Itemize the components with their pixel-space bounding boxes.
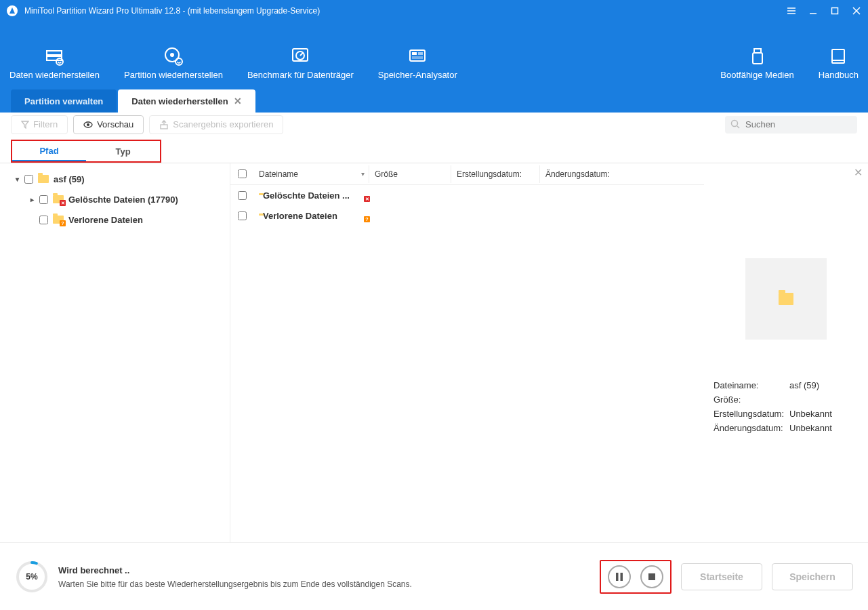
folder-lost-icon: ?	[52, 214, 64, 225]
col-label: Änderungsdatum:	[545, 169, 610, 179]
tree-deleted[interactable]: ▸ ✕ Gelöschte Dateien (17790)	[0, 189, 230, 209]
preview-thumbnail	[745, 258, 827, 340]
pause-button[interactable]	[608, 565, 631, 588]
button-label: Startseite	[700, 571, 743, 582]
toolbar-data-recovery[interactable]: Daten wiederherstellen	[9, 47, 100, 80]
export-button[interactable]: Scanergebnis exportieren	[149, 115, 283, 134]
window-title: MiniTool Partition Wizard Pro Ultimativ …	[24, 6, 785, 16]
space-analyzer-icon	[408, 47, 427, 66]
tree-label: Verlorene Dateien	[68, 215, 143, 225]
stop-button[interactable]	[640, 565, 663, 588]
tabs: Partition verwalten Daten wiederherstell…	[0, 89, 868, 113]
app-logo-icon	[5, 4, 19, 18]
svg-rect-32	[616, 573, 619, 581]
subtab-path[interactable]: Pfad	[12, 141, 86, 161]
button-label: Vorschau	[97, 119, 133, 129]
toolbar-label: Bootfähige Medien	[720, 70, 793, 80]
toolbar-bootable-media[interactable]: Bootfähige Medien	[720, 47, 793, 80]
svg-rect-5	[832, 8, 838, 14]
list-row[interactable]: ? Verlorene Dateien	[230, 205, 704, 226]
toolbar-label: Handbuch	[819, 70, 859, 80]
preview-close-icon[interactable]: ✕	[854, 166, 863, 179]
col-filename[interactable]: Dateiname▾	[253, 169, 369, 179]
chevron-down-icon[interactable]: ▾	[12, 176, 22, 183]
preview-button[interactable]: Vorschau	[73, 115, 144, 134]
svg-rect-27	[161, 125, 167, 129]
col-mdate[interactable]: Änderungsdatum:	[540, 169, 704, 179]
svg-rect-34	[648, 573, 655, 580]
tab-data-recovery[interactable]: Daten wiederherstellen ✕	[118, 89, 255, 113]
toolbar-space-analyzer[interactable]: Speicher-Analysator	[378, 47, 457, 80]
menu-icon[interactable]	[785, 5, 798, 17]
footer: 5% Wird berechnet .. Warten Sie bitte fü…	[0, 543, 868, 610]
tab-close-icon[interactable]: ✕	[234, 96, 242, 106]
row-checkbox[interactable]	[238, 191, 247, 200]
col-cdate[interactable]: Erstellungsdatum:	[451, 169, 539, 179]
status-title: Wird berechnet ..	[58, 565, 590, 575]
tree-checkbox[interactable]	[39, 216, 48, 224]
tree-panel: ▾ asf (59) ▸ ✕ Gelöschte Dateien (17790)…	[0, 163, 230, 542]
tree-root[interactable]: ▾ asf (59)	[0, 169, 230, 189]
svg-line-16	[300, 53, 303, 56]
eye-icon	[83, 120, 93, 129]
tab-partition-manage[interactable]: Partition verwalten	[11, 89, 117, 113]
file-list: Dateiname▾ Größe Erstellungsdatum: Änder…	[230, 163, 704, 542]
col-label: Größe	[375, 169, 398, 179]
search-input[interactable]	[725, 116, 857, 134]
col-size[interactable]: Größe	[369, 169, 451, 179]
main-content: ▾ asf (59) ▸ ✕ Gelöschte Dateien (17790)…	[0, 163, 868, 543]
toolbar-manual[interactable]: Handbuch	[819, 47, 859, 80]
svg-point-10	[56, 58, 63, 65]
toolbar-benchmark[interactable]: Benchmark für Datenträger	[247, 47, 354, 80]
svg-rect-22	[753, 53, 762, 64]
button-label: Speichern	[789, 571, 835, 582]
select-all-checkbox[interactable]	[238, 169, 247, 178]
row-name: Verlorene Dateien	[263, 211, 337, 221]
close-icon[interactable]	[850, 5, 863, 17]
row-checkbox[interactable]	[238, 211, 247, 220]
maximize-icon[interactable]	[829, 5, 841, 17]
subtab-type[interactable]: Typ	[86, 141, 160, 161]
status-message: Warten Sie bitte für das beste Wiederher…	[58, 580, 590, 589]
svg-rect-18	[412, 52, 417, 55]
subtabs-container: Pfad Typ	[0, 137, 868, 163]
tab-label: Partition verwalten	[24, 96, 103, 106]
meta-label: Änderungsdatum:	[714, 423, 789, 433]
partition-recovery-icon	[164, 47, 183, 66]
svg-rect-17	[410, 50, 425, 61]
progress-percent: 5%	[15, 560, 49, 594]
svg-rect-20	[412, 56, 423, 59]
data-recovery-icon	[45, 47, 64, 66]
meta-label: Erstellungsdatum:	[714, 409, 789, 419]
svg-rect-33	[621, 573, 623, 581]
pause-icon	[615, 572, 623, 582]
toolbar-label: Speicher-Analysator	[378, 70, 457, 80]
home-button[interactable]: Startseite	[681, 563, 762, 590]
tree-lost[interactable]: ? Verlorene Dateien	[0, 209, 230, 230]
toolbar-label: Daten wiederherstellen	[9, 70, 100, 80]
subtab-label: Typ	[115, 146, 130, 157]
save-button[interactable]: Speichern	[772, 563, 853, 590]
button-label: Scanergebnis exportieren	[173, 119, 273, 129]
list-row[interactable]: ✕ Gelöschte Dateien ...	[230, 185, 704, 205]
tree-label: asf (59)	[54, 174, 85, 184]
svg-point-28	[732, 120, 738, 126]
scan-controls	[600, 560, 671, 594]
svg-rect-19	[418, 52, 423, 55]
filter-button[interactable]: Filtern	[11, 115, 68, 134]
meta-label: Größe:	[714, 394, 789, 405]
progress-ring: 5%	[15, 560, 49, 594]
toolbar-partition-recovery[interactable]: Partition wiederherstellen	[124, 47, 223, 80]
toolbar-label: Partition wiederherstellen	[124, 70, 223, 80]
subtab-label: Pfad	[39, 146, 58, 156]
tree-checkbox[interactable]	[39, 195, 48, 204]
tree-checkbox[interactable]	[24, 175, 33, 184]
benchmark-icon	[291, 47, 310, 66]
minimize-icon[interactable]	[807, 5, 819, 17]
search-icon	[730, 119, 740, 131]
svg-point-12	[170, 53, 174, 57]
meta-value: Unbekannt	[789, 409, 832, 419]
chevron-right-icon[interactable]: ▸	[27, 196, 37, 203]
filter-icon	[21, 121, 29, 129]
preview-metadata: Dateiname:asf (59) Größe: Erstellungsdat…	[714, 380, 859, 433]
